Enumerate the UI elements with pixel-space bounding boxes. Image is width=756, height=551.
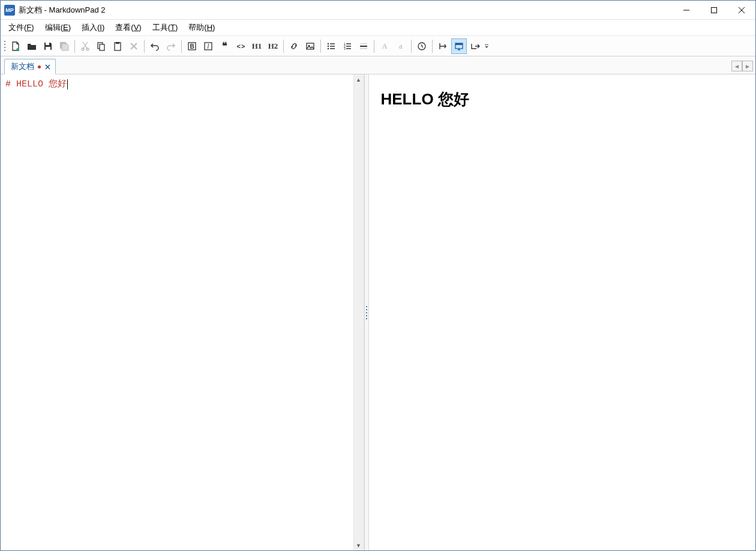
window-title: 新文档 - MarkdownPad 2 xyxy=(19,5,673,16)
open-folder-icon[interactable] xyxy=(24,38,40,54)
menu-view[interactable]: 查看(V) xyxy=(110,20,146,35)
unordered-list-icon[interactable] xyxy=(323,38,339,54)
document-tab[interactable]: 新文档 xyxy=(4,59,56,74)
editor-pane: # HELLO 您好 ▲ ▼ xyxy=(1,74,364,550)
scroll-up-icon[interactable]: ▲ xyxy=(354,74,364,85)
lowercase-button[interactable]: a xyxy=(393,38,409,54)
timestamp-icon[interactable] xyxy=(414,38,430,54)
menu-insert[interactable]: 插入(I) xyxy=(76,20,110,35)
menu-edit[interactable]: 编辑(E) xyxy=(40,20,76,35)
heading1-button[interactable]: H1 xyxy=(249,38,265,54)
window-controls xyxy=(673,1,755,19)
bold-icon[interactable]: B xyxy=(184,38,200,54)
quote-icon[interactable]: ❝ xyxy=(217,38,232,54)
tab-label: 新文档 xyxy=(11,61,34,72)
image-icon[interactable] xyxy=(302,38,318,54)
svg-point-15 xyxy=(328,43,329,44)
italic-icon[interactable]: I xyxy=(200,38,216,54)
toolbar-separator xyxy=(144,40,145,53)
redo-icon[interactable] xyxy=(163,38,179,54)
toolbar-separator xyxy=(320,40,321,53)
svg-point-17 xyxy=(328,47,329,49)
toolbar-separator xyxy=(74,40,75,53)
svg-text:I: I xyxy=(208,43,209,50)
menu-tools[interactable]: 工具(T) xyxy=(147,20,184,35)
tab-scroll-right-icon[interactable]: ► xyxy=(742,61,753,71)
svg-rect-1 xyxy=(46,43,49,45)
horizontal-rule-icon[interactable] xyxy=(356,38,371,54)
svg-text:3: 3 xyxy=(344,47,346,50)
menu-bar: 文件(F) 编辑(E) 插入(I) 查看(V) 工具(T) 帮助(H) xyxy=(1,20,755,36)
svg-rect-0 xyxy=(712,8,717,13)
menu-help[interactable]: 帮助(H) xyxy=(183,20,220,35)
pane-splitter[interactable] xyxy=(364,74,369,550)
undo-icon[interactable] xyxy=(147,38,163,54)
link-icon[interactable] xyxy=(286,38,302,54)
heading2-button[interactable]: H2 xyxy=(265,38,281,54)
split-container: # HELLO 您好 ▲ ▼ HELLO 您好 xyxy=(1,74,755,550)
new-document-icon[interactable] xyxy=(8,38,23,54)
toolbar-separator xyxy=(432,40,433,53)
maximize-button[interactable] xyxy=(700,1,728,20)
paste-icon[interactable] xyxy=(110,38,125,54)
tab-strip: 新文档 ◄ ► xyxy=(1,56,755,74)
toolbar-separator xyxy=(283,40,284,53)
live-preview-icon[interactable] xyxy=(451,38,467,54)
close-button[interactable] xyxy=(728,1,755,20)
tab-close-icon[interactable] xyxy=(43,62,52,71)
svg-rect-23 xyxy=(455,43,463,45)
toolbar-separator xyxy=(374,40,374,53)
cut-icon[interactable] xyxy=(77,38,93,54)
toolbar-overflow-button[interactable] xyxy=(484,38,490,54)
toggle-preview-icon[interactable] xyxy=(435,38,451,54)
menu-file[interactable]: 文件(F) xyxy=(3,20,40,35)
app-icon: MP xyxy=(4,5,15,16)
tab-dirty-indicator-icon xyxy=(38,65,41,68)
toolbar-separator xyxy=(181,40,182,53)
ordered-list-icon[interactable]: 123 xyxy=(340,38,355,54)
svg-rect-2 xyxy=(46,47,50,50)
minimize-button[interactable] xyxy=(673,1,700,20)
scroll-down-icon[interactable]: ▼ xyxy=(354,540,364,550)
svg-rect-8 xyxy=(116,42,119,44)
preview-heading: HELLO 您好 xyxy=(381,89,744,110)
preview-pane: HELLO 您好 xyxy=(369,74,756,550)
toolbar-grip[interactable] xyxy=(3,40,6,53)
code-icon[interactable]: < > xyxy=(233,38,248,54)
copy-icon[interactable] xyxy=(94,38,109,54)
svg-rect-6 xyxy=(100,44,104,50)
tab-nav-arrows: ◄ ► xyxy=(731,61,753,71)
svg-point-16 xyxy=(328,45,329,46)
toolbar-separator xyxy=(411,40,412,53)
uppercase-button[interactable]: A xyxy=(377,38,392,54)
save-icon[interactable] xyxy=(40,38,56,54)
title-bar: MP 新文档 - MarkdownPad 2 xyxy=(1,1,755,20)
svg-rect-13 xyxy=(307,43,314,49)
editor-textarea[interactable]: # HELLO 您好 xyxy=(1,74,353,550)
delete-icon[interactable] xyxy=(126,38,142,54)
save-all-icon[interactable] xyxy=(56,38,72,54)
splitter-grip-icon xyxy=(366,306,367,319)
tab-scroll-left-icon[interactable]: ◄ xyxy=(731,61,742,71)
svg-text:B: B xyxy=(190,43,194,50)
editor-scrollbar[interactable]: ▲ ▼ xyxy=(353,74,364,550)
toolbar: B I ❝ < > H1 H2 123 A a xyxy=(1,36,755,56)
export-icon[interactable] xyxy=(467,38,483,54)
